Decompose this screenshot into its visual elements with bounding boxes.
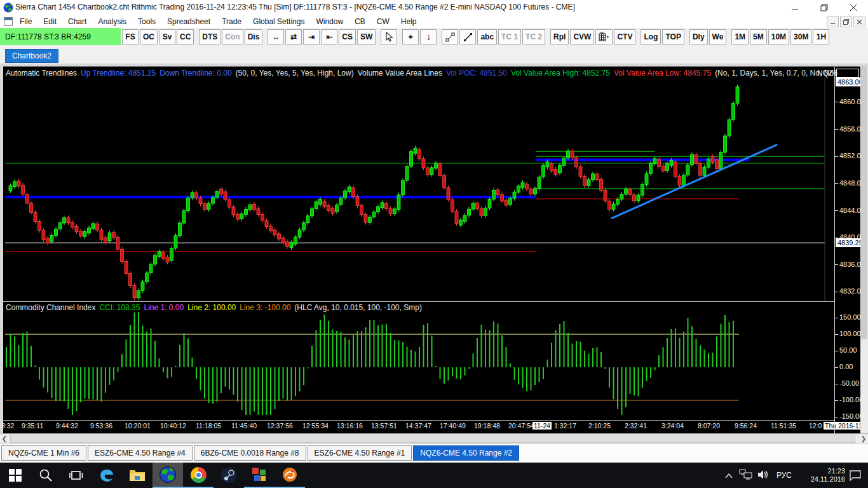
taskbar-sierra-chart-icon[interactable] <box>153 463 183 488</box>
menu-item-help[interactable]: Help <box>395 15 423 28</box>
menu-item-global-settings[interactable]: Global Settings <box>247 15 310 28</box>
toolbar-button-10m[interactable]: 10M <box>768 29 789 44</box>
study-header-cci[interactable]: Commodity Channel IndexCCI: 108.35Line 1… <box>6 303 426 312</box>
toolbar-button-sv[interactable]: Sv <box>159 29 175 44</box>
network-icon[interactable] <box>739 469 753 483</box>
candle-body <box>678 177 681 186</box>
chart-tab-6bz6-cme-0-0018-range-8[interactable]: 6BZ6-CME 0.0018 Range #8 <box>194 445 306 461</box>
candle-body <box>542 165 545 177</box>
taskbar-task-view-icon[interactable] <box>61 463 92 488</box>
taskbar-start-icon[interactable] <box>0 463 31 488</box>
candle-body <box>628 189 632 194</box>
menu-item-trade[interactable]: Trade <box>216 15 247 28</box>
action-center-icon[interactable] <box>849 470 862 484</box>
taskbar-edge-icon[interactable] <box>92 463 122 488</box>
menu-item-analysis[interactable]: Analysis <box>92 15 132 28</box>
vertical-scrollbar-thumb[interactable] <box>861 66 867 339</box>
bar-spacing-out-icon[interactable]: ⇤ <box>321 29 337 44</box>
mdi-restore-icon[interactable] <box>840 17 852 27</box>
crosshair-icon[interactable]: ⌖ <box>402 29 419 44</box>
candle-body <box>369 217 372 222</box>
vertical-measure-icon[interactable]: ↨ <box>420 29 437 44</box>
menu-item-cb[interactable]: CB <box>349 15 371 28</box>
toolbar-button-we[interactable]: We <box>709 29 727 44</box>
vertical-scrollbar[interactable] <box>860 66 868 433</box>
chart-tab-nqz6-cme-4-50-range-2[interactable]: NQZ6-CME 4.50 Range #2 <box>413 445 519 461</box>
menu-item-cw[interactable]: CW <box>371 15 395 28</box>
horizontal-swap-icon[interactable]: ⇄ <box>285 29 302 44</box>
candle-body <box>649 163 653 174</box>
horizontal-expand-icon[interactable]: ↔ <box>268 29 284 44</box>
candle-body <box>360 206 363 215</box>
toolbar-button-con[interactable]: Con <box>222 29 243 44</box>
toolbar-button-top[interactable]: TOP <box>662 29 684 44</box>
toolbar-button-30m[interactable]: 30M <box>790 29 811 44</box>
toolbar-button-abc[interactable]: abc <box>477 29 497 44</box>
taskbar-file-explorer-icon[interactable] <box>122 463 153 488</box>
chart-tab-esz6-cme-4-50-range-4[interactable]: ESZ6-CME 4.50 Range #4 <box>88 445 193 461</box>
taskbar-steam-icon[interactable] <box>214 463 244 488</box>
trendline-small-icon[interactable] <box>442 29 458 44</box>
menu-item-edit[interactable]: Edit <box>37 15 62 28</box>
scroll-left-icon[interactable]: ❮ <box>0 434 9 444</box>
volume-icon[interactable] <box>757 469 770 483</box>
candle-body <box>75 227 78 232</box>
taskbar-chrome-icon[interactable] <box>183 463 214 488</box>
toolbar-button-rpl[interactable]: Rpl <box>550 29 569 44</box>
minimize-icon[interactable] <box>780 0 810 15</box>
restore-icon[interactable] <box>810 0 839 15</box>
toolbar-button-ctv[interactable]: CTV <box>614 29 635 44</box>
taskbar-cubes-app-icon[interactable] <box>244 463 275 488</box>
toolbar-button-1m[interactable]: 1M <box>731 29 749 44</box>
candle-body <box>674 162 677 177</box>
study-header-trendlines[interactable]: Automatic TrendlinesUp Trendline: 4851.2… <box>6 69 840 78</box>
toolbar-button-cc[interactable]: CC <box>177 29 194 44</box>
toolbar-button-oc[interactable]: OC <box>140 29 158 44</box>
chart-tab-esz6-cme-4-50-range-1[interactable]: ESZ6-CME 4.50 Range #1 <box>308 445 412 461</box>
toolbar-button-tc-2[interactable]: TC 2 <box>522 29 545 44</box>
toolbar-button-dly[interactable]: Dly <box>689 29 708 44</box>
trendline-icon[interactable] <box>459 29 476 44</box>
time-label: 11:51:35 <box>771 422 796 430</box>
candle-body <box>191 193 194 198</box>
toolbar-button-tc-1[interactable]: TC 1 <box>498 29 521 44</box>
chart-plot-area[interactable]: Automatic TrendlinesUp Trendline: 4851.2… <box>3 66 860 433</box>
menu-item-file[interactable]: File <box>14 15 37 28</box>
candle-body <box>112 233 116 238</box>
toolbar-button-1h[interactable]: 1H <box>813 29 829 44</box>
chart-tab-nqz6-cme-1-min-6[interactable]: NQZ6-CME 1 Min #6 <box>1 445 86 461</box>
toolbar-button-dts[interactable]: DTS <box>199 29 220 44</box>
toolbar-button-fs[interactable]: FS <box>122 29 139 44</box>
horizontal-scrollbar-thumb[interactable] <box>10 435 855 443</box>
price-chart-canvas[interactable] <box>3 67 834 433</box>
candle-body <box>286 241 289 247</box>
menu-item-window[interactable]: Window <box>310 15 349 28</box>
menu-item-chart[interactable]: Chart <box>62 15 92 28</box>
study-value: Vol Value Area Low: 4845.75 <box>614 69 711 78</box>
menu-item-tools[interactable]: Tools <box>132 15 161 28</box>
language-indicator[interactable]: РУС <box>776 471 792 480</box>
toolbar-button-cs[interactable]: CS <box>339 29 356 44</box>
toolbar-button-log[interactable]: Log <box>641 29 661 44</box>
mdi-close-icon[interactable] <box>853 17 865 27</box>
taskbar-search-icon[interactable] <box>31 463 61 488</box>
pointer-icon[interactable] <box>381 29 397 44</box>
close-icon[interactable] <box>839 0 868 15</box>
chartbook-tab[interactable]: Chartbook2 <box>5 49 58 63</box>
bar-spacing-in-icon[interactable]: ⇥ <box>303 29 320 44</box>
candle-body <box>546 162 549 167</box>
clock[interactable]: 21:23 24.11.2016 <box>797 467 845 484</box>
scroll-right-icon[interactable]: ❯ <box>859 434 868 444</box>
toolbar-button-dis[interactable]: Dis <box>245 29 263 44</box>
horizontal-scrollbar[interactable]: ❮ ❯ <box>0 433 868 444</box>
tray-chevron-icon[interactable] <box>724 470 733 482</box>
candle-body <box>661 166 665 171</box>
grid-tool-icon[interactable]: TW <box>595 29 613 44</box>
candle-body <box>471 203 475 209</box>
toolbar-button-5m[interactable]: 5M <box>750 29 767 44</box>
menu-item-spreadsheet[interactable]: Spreadsheet <box>161 15 216 28</box>
mdi-minimize-icon[interactable] <box>827 17 839 27</box>
taskbar-xnview-icon[interactable] <box>275 463 305 488</box>
toolbar-button-cvw[interactable]: CVW <box>570 29 594 44</box>
toolbar-button-sw[interactable]: SW <box>357 29 376 44</box>
